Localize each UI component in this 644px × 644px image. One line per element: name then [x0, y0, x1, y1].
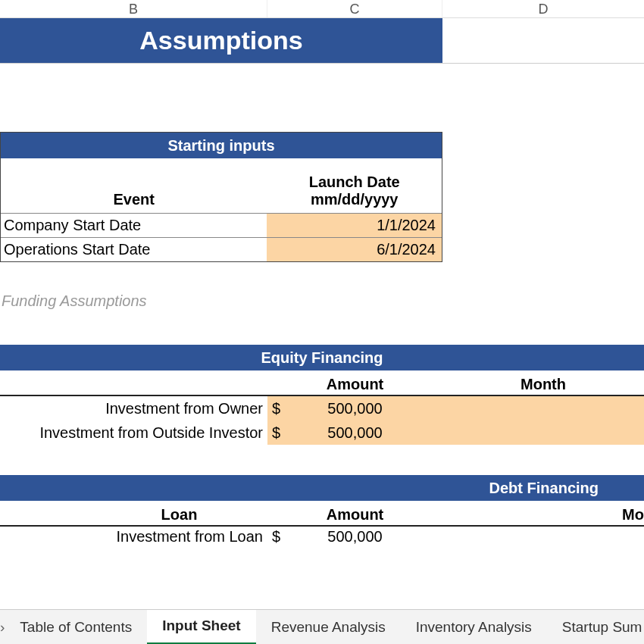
debt-header: Debt Financing	[0, 475, 644, 501]
table-row: Investment from Owner $ 500,000	[0, 396, 644, 420]
label-month-partial: Mo	[442, 506, 644, 525]
label-amount: Amount	[267, 506, 442, 525]
label-month: Month	[442, 376, 644, 395]
equity-financing-table: Equity Financing Amount Month Investment…	[0, 345, 644, 445]
starting-inputs-header: Starting inputs	[1, 133, 442, 158]
tab-inventory-analysis[interactable]: Inventory Analysis	[401, 610, 547, 645]
cell-label[interactable]: Investment from Outside Investor	[0, 420, 267, 445]
label-launch-date: Launch Date mm/dd/yyyy	[267, 174, 442, 213]
cell-amount-input[interactable]: $ 500,000	[267, 396, 442, 420]
currency-symbol: $	[272, 424, 280, 442]
column-header-d[interactable]: D	[442, 0, 644, 17]
sheet-tab-bar: › Table of Contents Input Sheet Revenue …	[0, 609, 644, 644]
amount-value: 500,000	[267, 424, 442, 442]
tab-startup-summary[interactable]: Startup Sum	[547, 610, 644, 645]
column-header-row: B C D	[0, 0, 644, 18]
currency-symbol: $	[272, 400, 280, 417]
label-event: Event	[1, 191, 267, 213]
equity-column-labels: Amount Month	[0, 370, 644, 396]
cell-event[interactable]: Operations Start Date	[1, 238, 267, 261]
cell-label[interactable]: Investment from Owner	[0, 396, 267, 420]
tab-table-of-contents[interactable]: Table of Contents	[5, 610, 147, 645]
cell-label[interactable]: Investment from Loan	[0, 527, 267, 549]
table-row: Investment from Outside Investor $ 500,0…	[0, 420, 644, 445]
cell-date-input[interactable]: 6/1/2024	[267, 238, 442, 261]
currency-symbol: $	[272, 528, 280, 546]
cell-month-input[interactable]	[442, 420, 644, 445]
table-row: Investment from Loan $ 500,000	[0, 527, 644, 549]
column-header-c[interactable]: C	[267, 0, 442, 17]
cell-month-input[interactable]	[442, 396, 644, 420]
cell-amount-input[interactable]: $ 500,000	[267, 527, 442, 549]
title-right-cell[interactable]	[442, 18, 644, 64]
starting-inputs-table: Starting inputs Event Launch Date mm/dd/…	[0, 132, 442, 262]
debt-column-labels: Loan Amount Mo	[0, 501, 644, 527]
cell-date-input[interactable]: 1/1/2024	[267, 214, 442, 237]
page-title: Assumptions	[0, 18, 442, 64]
table-row: Operations Start Date 6/1/2024	[1, 237, 442, 261]
tab-input-sheet[interactable]: Input Sheet	[147, 610, 255, 645]
table-row: Company Start Date 1/1/2024	[1, 213, 442, 237]
amount-value: 500,000	[267, 528, 442, 546]
column-header-b[interactable]: B	[0, 0, 267, 17]
label-amount: Amount	[267, 376, 442, 395]
cell-amount-input[interactable]: $ 500,000	[267, 420, 442, 445]
amount-value: 500,000	[267, 400, 442, 417]
debt-header-text: Debt Financing	[489, 480, 599, 497]
worksheet-area[interactable]: Assumptions Starting inputs Event Launch…	[0, 18, 644, 549]
label-loan: Loan	[0, 506, 267, 525]
tab-revenue-analysis[interactable]: Revenue Analysis	[256, 610, 401, 645]
cell-event[interactable]: Company Start Date	[1, 214, 267, 237]
starting-column-labels: Event Launch Date mm/dd/yyyy	[1, 158, 442, 213]
equity-header: Equity Financing	[0, 345, 644, 370]
funding-assumptions-note: Funding Assumptions	[0, 292, 644, 310]
debt-financing-table: Debt Financing Loan Amount Mo Investment…	[0, 475, 644, 549]
